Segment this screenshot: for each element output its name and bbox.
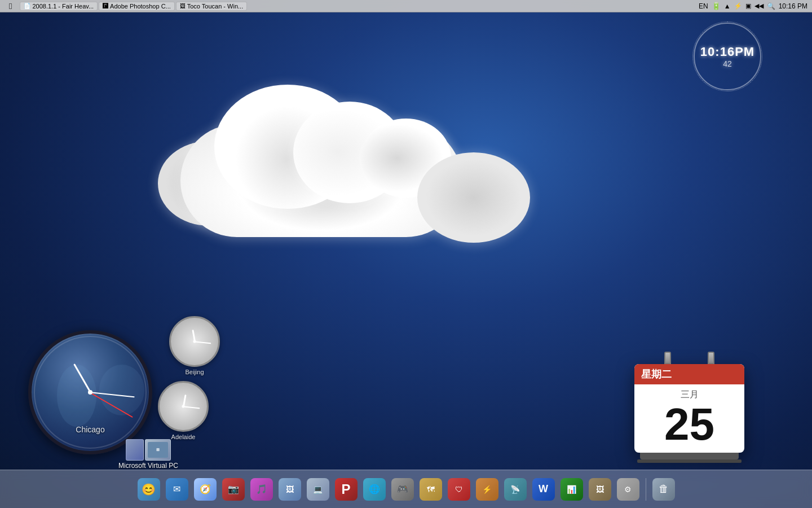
dock-item-photobooth[interactable]: 📷	[220, 476, 246, 502]
p-dock-icon: P	[335, 478, 358, 501]
calendar-rings	[634, 352, 744, 364]
dock-item-sysinfo[interactable]: ⚙	[615, 476, 641, 502]
virtualpc-screen: ⊞	[148, 442, 168, 458]
mail-icon: ✉	[166, 478, 188, 501]
clock-time-display: 10:16PM	[700, 45, 754, 59]
tab-label: Toco Toucan - Win...	[187, 3, 243, 10]
antivirus-icon: 🛡	[448, 478, 470, 501]
itunes-icon: 🎵	[250, 478, 273, 501]
photoshop-tab-icon: 🅿	[103, 3, 108, 9]
virtualpc-icon-images: ⊞	[126, 439, 171, 461]
dock-item-speed[interactable]: ⚡	[474, 476, 500, 502]
adelaide-clock-face	[158, 381, 209, 432]
calendar-day-name: 星期二	[641, 367, 672, 381]
calendar-stand-base	[637, 459, 742, 463]
menubar:  📄 2008.1.1 - Fair Heav... 🅿 Adobe Phot…	[0, 0, 812, 12]
chicago-clock-face: Chicago	[28, 330, 152, 454]
virtualpc-icon-part1	[126, 439, 144, 461]
excel-icon: 📊	[561, 478, 583, 501]
calendar-stand	[640, 453, 739, 459]
menubar-wifi-icon: ▲	[724, 2, 731, 10]
chicago-clock-label: Chicago	[76, 425, 104, 434]
beijing-clock-face	[169, 316, 220, 367]
word-icon: W	[532, 478, 555, 501]
menubar-search-icon[interactable]: 🔍	[767, 2, 775, 10]
dock-item-trash[interactable]: 🗑	[651, 476, 677, 502]
apple-logo-icon: 	[9, 1, 12, 11]
toucan-tab-icon: 🖼	[180, 3, 186, 9]
network-icon: 📡	[504, 478, 527, 501]
calendar-header: 星期二	[634, 364, 744, 384]
dock-item-games[interactable]: 🎮	[390, 476, 416, 502]
menubar-volume-icon: ◀◀	[754, 2, 764, 10]
cloud-part	[417, 152, 530, 243]
dock-item-safari[interactable]: 🧭	[192, 476, 218, 502]
dock-separator	[646, 478, 646, 501]
digital-clock-widget[interactable]: 10:16PM 42	[694, 23, 761, 90]
minute-hand	[195, 341, 211, 344]
ring-right	[708, 352, 714, 364]
maps-icon: 🗺	[420, 478, 442, 501]
dock-item-preview[interactable]: 🖼	[277, 476, 303, 502]
virtualpc-label: Microsoft Virtual PC	[118, 462, 178, 470]
tab-label: Adobe Photoshop C...	[110, 3, 171, 10]
clock-seconds-display: 42	[723, 59, 732, 68]
adelaide-clock-wrapper: Adelaide	[158, 381, 209, 440]
menubar-network-icon: ⚡	[734, 2, 742, 10]
menubar-display-icon: ▣	[745, 2, 751, 10]
dock-item-finder[interactable]: 😊	[136, 476, 162, 502]
browser-icon: 🌐	[363, 478, 386, 501]
dock-item-p[interactable]: P	[333, 476, 359, 502]
dock-item-browser[interactable]: 🌐	[361, 476, 387, 502]
photos-icon: 🖼	[589, 478, 611, 501]
language-indicator[interactable]: EN	[699, 2, 708, 10]
dock-item-itunes[interactable]: 🎵	[249, 476, 275, 502]
dock-item-network[interactable]: 📡	[502, 476, 528, 502]
menubar-left:  📄 2008.1.1 - Fair Heav... 🅿 Adobe Phot…	[5, 0, 247, 12]
speed-icon: ⚡	[476, 478, 498, 501]
dock: 😊 ✉ 🧭 📷 🎵 🖼 💻 P 🌐 🎮 🗺 🛡 ⚡ 📡 W	[0, 470, 812, 508]
clock-center-dot	[193, 340, 196, 343]
dock-item-maps[interactable]: 🗺	[418, 476, 444, 502]
ring-left	[664, 352, 671, 364]
clock-center-dot	[88, 390, 92, 395]
finder-icon: 😊	[138, 478, 160, 501]
cloud-widget	[124, 68, 553, 305]
minute-hand	[183, 406, 200, 409]
virtualpc-desktop-icon[interactable]: ⊞ Microsoft Virtual PC	[118, 439, 178, 470]
chicago-clock-container[interactable]: Chicago	[28, 330, 152, 454]
calendar-date: 25	[634, 402, 744, 453]
calendar-body: 星期二 三月 25	[634, 364, 744, 453]
photobooth-icon: 📷	[222, 478, 245, 501]
preview-icon: 🖼	[279, 478, 301, 501]
calendar-widget[interactable]: 星期二 三月 25	[634, 352, 744, 463]
taskbar-tab-toucan[interactable]: 🖼 Toco Toucan - Win...	[176, 2, 247, 11]
clock-center-dot	[182, 405, 185, 408]
sysinfo-icon: ⚙	[617, 478, 639, 501]
dock-item-antivirus[interactable]: 🛡	[446, 476, 472, 502]
dock-item-virtualpc[interactable]: 💻	[305, 476, 331, 502]
dock-item-mail[interactable]: ✉	[164, 476, 190, 502]
safari-icon: 🧭	[194, 478, 217, 501]
taskbar-tab-photoshop[interactable]: 🅿 Adobe Photoshop C...	[99, 2, 175, 11]
dock-item-word[interactable]: W	[531, 476, 557, 502]
trash-icon: 🗑	[652, 478, 675, 501]
menubar-battery-icon: 🔋	[712, 2, 721, 10]
virtualpc-icon-part2: ⊞	[145, 439, 171, 461]
calendar-rings-area: 星期二 三月 25	[634, 352, 744, 463]
apple-menu[interactable]: 	[5, 0, 19, 12]
games-icon: 🎮	[391, 478, 414, 501]
taskbar-tab-weather[interactable]: 📄 2008.1.1 - Fair Heav...	[20, 2, 98, 11]
menubar-right: EN 🔋 ▲ ⚡ ▣ ◀◀ 🔍 10:16 PM	[699, 2, 807, 10]
tab-icon: 📄	[24, 3, 30, 9]
virtualpc-screen-icon: ⊞	[156, 448, 160, 452]
tab-label: 2008.1.1 - Fair Heav...	[32, 3, 94, 10]
adelaide-clock-container[interactable]: Adelaide	[158, 381, 209, 440]
dock-item-excel[interactable]: 📊	[559, 476, 585, 502]
beijing-clock-container[interactable]: Beijing	[169, 316, 220, 375]
menubar-clock: 10:16 PM	[779, 2, 807, 10]
beijing-clock-wrapper: Beijing	[169, 316, 220, 375]
virtualpc-dock-icon: 💻	[307, 478, 329, 501]
beijing-clock-label: Beijing	[185, 369, 204, 375]
dock-item-photos[interactable]: 🖼	[587, 476, 613, 502]
